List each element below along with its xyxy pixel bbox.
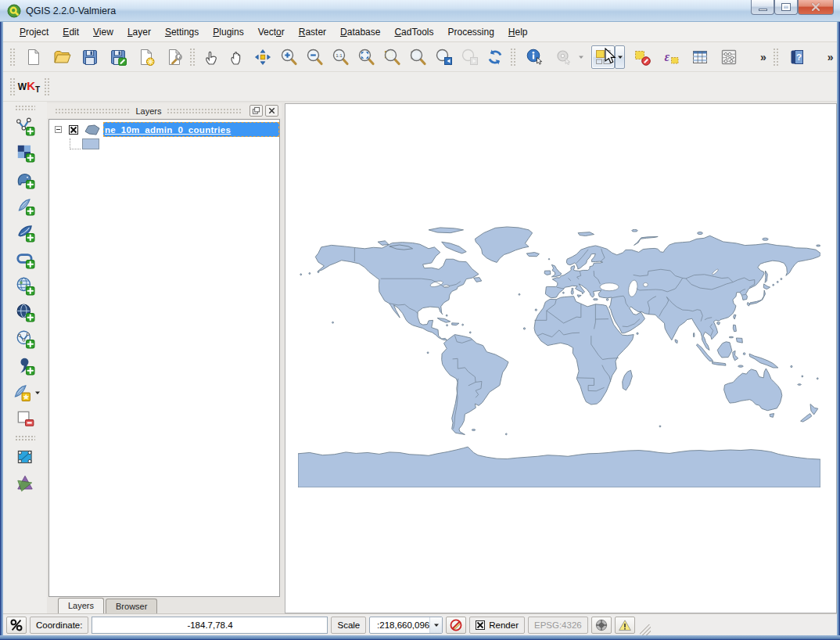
render-checkbox-frame[interactable]: Render bbox=[469, 617, 525, 634]
tree-branch-line bbox=[70, 138, 81, 149]
zoom-in-icon bbox=[279, 48, 298, 67]
window-title: QGIS 2.2.0-Valmiera bbox=[26, 5, 116, 16]
selected-layer-highlight[interactable]: ne_10m_admin_0_countries bbox=[103, 122, 279, 137]
menu-database[interactable]: Database bbox=[333, 23, 387, 41]
touch-zoom-pan-button[interactable] bbox=[199, 45, 223, 69]
title-bar[interactable]: QGIS 2.2.0-Valmiera bbox=[0, 0, 840, 22]
menu-edit[interactable]: Edit bbox=[56, 23, 86, 41]
add-postgis-layer-button[interactable] bbox=[13, 167, 38, 192]
refresh-map-button[interactable] bbox=[483, 45, 507, 69]
identify-features-button[interactable] bbox=[523, 45, 547, 69]
menu-view[interactable]: View bbox=[86, 23, 120, 41]
add-wfs-layer-button[interactable] bbox=[13, 326, 38, 351]
zoom-to-layer-button[interactable] bbox=[406, 45, 429, 69]
menu-plugins[interactable]: Plugins bbox=[206, 23, 250, 41]
layer-row[interactable]: ne_10m_admin_0_countries bbox=[49, 122, 279, 137]
zoom-out-button[interactable] bbox=[303, 45, 326, 69]
polygon-layer-icon bbox=[84, 124, 100, 135]
zoom-full-extent-button[interactable] bbox=[354, 45, 378, 69]
save-project-as-button[interactable] bbox=[106, 45, 130, 69]
pan-to-selection-button[interactable] bbox=[251, 45, 275, 69]
maximize-button[interactable] bbox=[774, 0, 798, 15]
stop-rendering-button[interactable] bbox=[446, 617, 466, 634]
add-delimited-text-layer-button[interactable] bbox=[13, 353, 38, 378]
pan-map-button[interactable] bbox=[225, 45, 249, 69]
render-checkbox[interactable] bbox=[476, 620, 485, 630]
new-print-composer-button[interactable] bbox=[135, 45, 158, 69]
menu-help[interactable]: Help bbox=[501, 23, 535, 41]
field-calculator-button[interactable] bbox=[717, 45, 741, 69]
folder-open-icon bbox=[52, 48, 71, 67]
close-button[interactable] bbox=[798, 0, 834, 15]
wkt-plugin-button[interactable]: WKT bbox=[17, 76, 41, 98]
open-attribute-table-button[interactable] bbox=[688, 45, 712, 69]
resize-grip[interactable] bbox=[640, 624, 651, 635]
layer-name[interactable]: ne_10m_admin_0_countries bbox=[103, 125, 231, 135]
tab-layers[interactable]: Layers bbox=[58, 598, 104, 613]
toolbar-handle[interactable] bbox=[9, 47, 15, 67]
add-raster-layer-button[interactable] bbox=[13, 140, 38, 165]
coordinate-input[interactable] bbox=[92, 617, 328, 634]
open-project-button[interactable] bbox=[50, 45, 74, 69]
deselect-features-button[interactable] bbox=[630, 45, 654, 69]
toolbar-handle[interactable] bbox=[772, 47, 778, 67]
new-shapefile-layer-button[interactable] bbox=[9, 379, 34, 404]
save-project-button[interactable] bbox=[78, 45, 102, 69]
select-by-expression-button[interactable] bbox=[659, 45, 683, 69]
toolbar-handle[interactable] bbox=[188, 47, 195, 67]
collapse-layer-icon[interactable] bbox=[55, 126, 62, 133]
menu-project[interactable]: Project bbox=[13, 23, 56, 41]
toolbar-overflow-help[interactable]: » bbox=[824, 51, 837, 63]
run-feature-action-dropdown[interactable] bbox=[576, 45, 586, 69]
remove-layer-group-button[interactable] bbox=[13, 406, 38, 431]
toolbar-handle[interactable] bbox=[509, 47, 515, 67]
run-feature-action-button[interactable] bbox=[552, 45, 576, 69]
minimize-button[interactable] bbox=[751, 0, 774, 15]
scale-combobox[interactable] bbox=[369, 617, 443, 634]
menu-settings[interactable]: Settings bbox=[158, 23, 206, 41]
menu-cadtools[interactable]: CadTools bbox=[387, 23, 440, 41]
add-mssql-layer-button[interactable] bbox=[13, 220, 38, 245]
crs-status-button[interactable] bbox=[591, 617, 612, 634]
add-oracle-layer-button[interactable] bbox=[13, 246, 38, 271]
add-spatialite-layer-button[interactable] bbox=[13, 193, 38, 218]
zoom-next-button[interactable] bbox=[458, 45, 481, 69]
cadtools-panel-button[interactable] bbox=[13, 444, 38, 469]
add-wcs-layer-button[interactable] bbox=[13, 300, 38, 325]
scale-dropdown-button[interactable] bbox=[429, 617, 442, 633]
log-messages-button[interactable] bbox=[615, 617, 635, 634]
float-panel-button[interactable] bbox=[249, 105, 263, 117]
menu-processing[interactable]: Processing bbox=[440, 23, 501, 41]
menu-layer[interactable]: Layer bbox=[120, 23, 158, 41]
help-contents-button[interactable] bbox=[785, 45, 809, 69]
zoom-to-selection-button[interactable] bbox=[380, 45, 404, 69]
new-shapefile-layer-dropdown[interactable] bbox=[34, 380, 42, 404]
add-vector-layer-button[interactable] bbox=[13, 113, 38, 138]
toolbar-overflow-attributes[interactable]: » bbox=[757, 51, 770, 63]
new-project-button[interactable] bbox=[22, 45, 45, 69]
map-canvas[interactable] bbox=[285, 103, 837, 613]
composer-manager-button[interactable] bbox=[163, 45, 186, 69]
menu-vector[interactable]: Vector bbox=[251, 23, 292, 41]
zoom-last-button[interactable] bbox=[432, 45, 455, 69]
toolbar-handle[interactable] bbox=[15, 105, 35, 110]
zoom-native-resolution-button[interactable] bbox=[328, 45, 352, 69]
layer-symbol-swatch[interactable] bbox=[82, 138, 99, 149]
epsg-status[interactable]: EPSG:4326 bbox=[528, 617, 588, 634]
plugin-tool-button[interactable] bbox=[13, 471, 38, 496]
toolbar-handle[interactable] bbox=[9, 77, 15, 97]
toolbar-handle[interactable] bbox=[43, 77, 49, 97]
add-wms-wmts-layer-button[interactable] bbox=[13, 273, 38, 298]
layer-visibility-checkbox[interactable] bbox=[69, 125, 78, 135]
layers-panel-titlebar[interactable]: Layers bbox=[47, 103, 282, 118]
warning-triangle-icon bbox=[618, 618, 632, 632]
status-bar: Coordinate: Scale Render EPSG:4326 bbox=[3, 613, 837, 635]
close-panel-button[interactable] bbox=[265, 105, 278, 117]
coordinate-display-toggle-button[interactable] bbox=[6, 617, 27, 634]
scale-input[interactable] bbox=[370, 618, 429, 632]
layer-symbol-row[interactable] bbox=[49, 137, 279, 151]
zoom-in-button[interactable] bbox=[277, 45, 300, 69]
composer-new-icon bbox=[137, 48, 156, 67]
menu-raster[interactable]: Raster bbox=[292, 23, 333, 41]
tab-browser[interactable]: Browser bbox=[106, 599, 157, 613]
